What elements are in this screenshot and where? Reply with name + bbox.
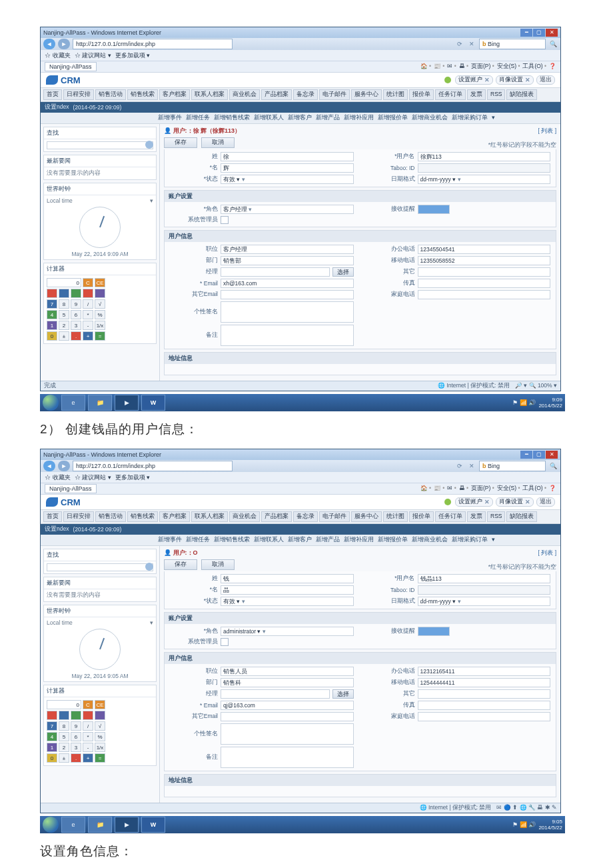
mod-home[interactable]: 首页: [43, 89, 62, 100]
portrait-set-pill[interactable]: 肖像设置✕: [496, 75, 534, 85]
calc-mulb[interactable]: *: [83, 732, 93, 741]
qc2-10[interactable]: ▾: [492, 536, 495, 544]
list-link[interactable]: [ 列表 ]: [538, 127, 556, 135]
qc-app[interactable]: 新增补应用: [344, 114, 374, 122]
mod-invoice[interactable]: 发票: [467, 89, 486, 100]
maximize-button-2[interactable]: ▢: [533, 451, 545, 459]
calc-pctb[interactable]: %: [95, 732, 105, 741]
inp-email[interactable]: xh@163.com: [221, 279, 354, 288]
mod-service[interactable]: 服务中心: [351, 89, 382, 100]
tz-select-2[interactable]: ▾: [150, 619, 153, 626]
calc-4b[interactable]: 4: [47, 732, 57, 741]
mod-rss[interactable]: RSS: [487, 89, 505, 100]
inp-fax-2[interactable]: [418, 701, 551, 710]
mod2-10[interactable]: 服务中心: [351, 511, 382, 522]
cmd-feed-icon[interactable]: 📰: [434, 63, 444, 71]
calculator-2[interactable]: 0 C CE 789/√ 456*% 123-1/x 0±.+=: [44, 697, 156, 765]
save-button-2[interactable]: 保存: [164, 559, 197, 570]
qc2-5[interactable]: 新增产品: [316, 536, 340, 544]
search-go-icon[interactable]: 🔍: [548, 41, 558, 47]
inp-head[interactable]: 客户经理: [221, 245, 354, 254]
calc-4[interactable]: 4: [47, 310, 57, 319]
calc-6[interactable]: 6: [71, 310, 81, 319]
mod2-5[interactable]: 联系人档案: [191, 511, 228, 522]
mod2-14[interactable]: 发票: [467, 511, 486, 522]
save-button[interactable]: 保存: [164, 137, 197, 148]
task-explorer[interactable]: 📁: [88, 395, 112, 411]
inp-last[interactable]: 徐: [221, 152, 354, 161]
calc-ce-2[interactable]: CE: [95, 700, 105, 709]
mod-quotes[interactable]: 报价单: [409, 89, 434, 100]
start-orb-icon-2[interactable]: [43, 817, 59, 833]
calc-1b[interactable]: 1: [47, 743, 57, 752]
qc-account[interactable]: 新增客户: [288, 114, 312, 122]
mod-defect[interactable]: 缺陷报表: [506, 89, 537, 100]
inp-email-2b[interactable]: qj@163.com: [221, 701, 354, 710]
cmd-tools-2[interactable]: 工具(O): [522, 485, 546, 493]
qc-opp[interactable]: 新增商业机会: [412, 114, 448, 122]
task-word-2[interactable]: W: [141, 817, 165, 833]
calc-ms[interactable]: [83, 289, 93, 298]
btn-pick-mgr-2[interactable]: 选择: [332, 689, 354, 699]
cmd-mail-2[interactable]: ✉: [447, 485, 456, 493]
calc-7b[interactable]: 7: [47, 721, 57, 731]
sel-role-2[interactable]: administrator ▾: [221, 627, 354, 636]
cmd-print-icon[interactable]: 🖶: [459, 63, 468, 71]
calc-c-2[interactable]: C: [83, 700, 93, 709]
inp-homephone[interactable]: [418, 290, 551, 299]
logout-pill[interactable]: 退出: [536, 75, 555, 85]
inp-office[interactable]: 12345504541: [418, 245, 551, 254]
inp-homephone-2[interactable]: [418, 712, 551, 721]
qc-product[interactable]: 新增产品: [316, 114, 340, 122]
cmd-help-icon[interactable]: ❓: [549, 63, 556, 71]
start-orb-icon[interactable]: [43, 395, 59, 411]
cmd-page[interactable]: 页面(P): [471, 63, 494, 71]
inp-first-2[interactable]: 晶: [221, 585, 354, 595]
mod-products[interactable]: 产品档案: [261, 89, 292, 100]
qc2-3[interactable]: 新增联系人: [254, 536, 284, 544]
calc-dotb[interactable]: .: [71, 753, 81, 763]
qc2-4[interactable]: 新增客户: [288, 536, 312, 544]
qc-task[interactable]: 新增任务: [186, 114, 210, 122]
mod2-13[interactable]: 任务订单: [435, 511, 466, 522]
cmd-print-2[interactable]: 🖶: [459, 485, 468, 493]
calc-c[interactable]: C: [83, 278, 93, 287]
task-explorer-2[interactable]: 📁: [88, 817, 112, 833]
mod-orders[interactable]: 任务订单: [435, 89, 466, 100]
mod2-9[interactable]: 电子邮件: [319, 511, 350, 522]
task-media-2[interactable]: ▶: [115, 817, 139, 833]
inp-other[interactable]: [418, 267, 551, 277]
calc-mr[interactable]: [71, 289, 81, 298]
qc-contact[interactable]: 新增联系人: [254, 114, 284, 122]
qc2-7[interactable]: 新增报价单: [378, 536, 408, 544]
portrait-set-pill-2[interactable]: 肖像设置✕: [496, 497, 534, 507]
calc-mc[interactable]: [59, 289, 69, 298]
calc-div[interactable]: /: [83, 299, 93, 309]
calc-5[interactable]: 5: [59, 310, 69, 319]
inp-email2-2[interactable]: [221, 712, 354, 721]
close-button[interactable]: ✕: [546, 29, 558, 37]
calc-addb[interactable]: +: [83, 753, 93, 763]
qc2-1[interactable]: 新增任务: [186, 536, 210, 544]
suggested-sites-2[interactable]: ☆ 建议网站 ▾: [75, 473, 111, 482]
ta-remark-2[interactable]: [221, 747, 354, 768]
chk-sysadmin-2[interactable]: [221, 638, 229, 646]
calc-7[interactable]: 7: [47, 299, 57, 309]
inp-office-2[interactable]: 12312165411: [418, 667, 551, 676]
qc-quote[interactable]: 新增报价单: [378, 114, 408, 122]
mod2-6[interactable]: 商业机会: [229, 511, 260, 522]
back-button[interactable]: ◄: [43, 39, 55, 49]
qc-more[interactable]: ▾: [492, 114, 495, 122]
set-account-pill-2[interactable]: 设置账户✕: [455, 497, 493, 507]
cmd-feed-2[interactable]: 📰: [434, 485, 444, 493]
inp-dept-2[interactable]: 销售科: [221, 678, 354, 687]
cmd-page-2[interactable]: 页面(P): [471, 485, 494, 493]
mod2-2[interactable]: 销售活动: [95, 511, 126, 522]
close-button-2[interactable]: ✕: [546, 451, 558, 459]
search-engine-input-2[interactable]: b Bing: [479, 461, 546, 471]
calc-0[interactable]: 0: [47, 331, 57, 341]
status-extra-2[interactable]: ✉ 🔵 ⬆ 🌐 🔧 🖶 ✱ ✎: [496, 804, 557, 812]
inp-mgr[interactable]: [221, 267, 330, 277]
mod2-11[interactable]: 统计图: [383, 511, 408, 522]
task-ie-2[interactable]: e: [61, 817, 85, 833]
